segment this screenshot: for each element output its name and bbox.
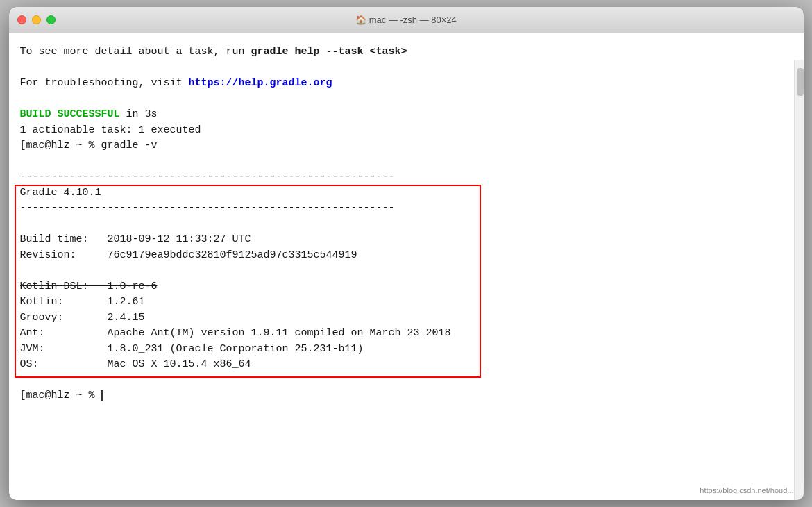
- os-line: OS: Mac OS X 10.15.4 x86_64: [20, 358, 251, 370]
- build-success: BUILD SUCCESSFUL: [20, 108, 120, 120]
- build-time-line: Build time: 2018-09-12 11:33:27 UTC: [20, 233, 251, 245]
- terminal-window: 🏠 mac — -zsh — 80×24 To see more detail …: [9, 7, 804, 500]
- gradle-version-line: Gradle 4.10.1: [20, 187, 101, 199]
- kotlin-line: Kotlin: 1.2.61: [20, 296, 145, 308]
- kotlin-dsl-line: Kotlin DSL: 1.0-rc-6: [20, 281, 158, 292]
- final-prompt: [mac@hlz ~ % ​: [20, 390, 103, 401]
- maximize-button[interactable]: [46, 15, 56, 24]
- watermark: https://blog.csdn.net/houd...: [700, 486, 793, 494]
- groovy-line: Groovy: 2.4.15: [20, 312, 145, 324]
- terminal-output: To see more detail about a task, run gra…: [20, 44, 793, 404]
- window-title: 🏠 mac — -zsh — 80×24: [355, 15, 457, 25]
- title-bar: 🏠 mac — -zsh — 80×24: [9, 7, 804, 33]
- scrollbar-thumb[interactable]: [797, 68, 804, 96]
- scrollbar-track[interactable]: [794, 60, 804, 500]
- close-button[interactable]: [17, 15, 26, 24]
- line-detail: To see more detail about a task, run gra…: [20, 46, 407, 58]
- jvm-line: JVM: 1.8.0_231 (Oracle Corporation 25.23…: [20, 343, 364, 355]
- ant-line: Ant: Apache Ant(TM) version 1.9.11 compi…: [20, 327, 451, 339]
- terminal-content: To see more detail about a task, run gra…: [20, 44, 793, 404]
- separator-top: ----------------------------------------…: [20, 171, 395, 183]
- revision-line: Revision: 76c9179ea9bddc32810f9125ad97c3…: [20, 249, 357, 261]
- line-troubleshoot: For troubleshooting, visit https://help.…: [20, 77, 332, 89]
- traffic-lights[interactable]: [17, 15, 56, 24]
- minimize-button[interactable]: [32, 15, 41, 24]
- actionable-tasks: 1 actionable task: 1 executed: [20, 124, 201, 136]
- build-time-suffix: in 3s: [120, 108, 158, 120]
- prompt-gradle-v: [mac@hlz ~ % gradle -v: [20, 140, 158, 151]
- terminal-body: To see more detail about a task, run gra…: [9, 33, 804, 415]
- separator-bottom: ----------------------------------------…: [20, 202, 395, 214]
